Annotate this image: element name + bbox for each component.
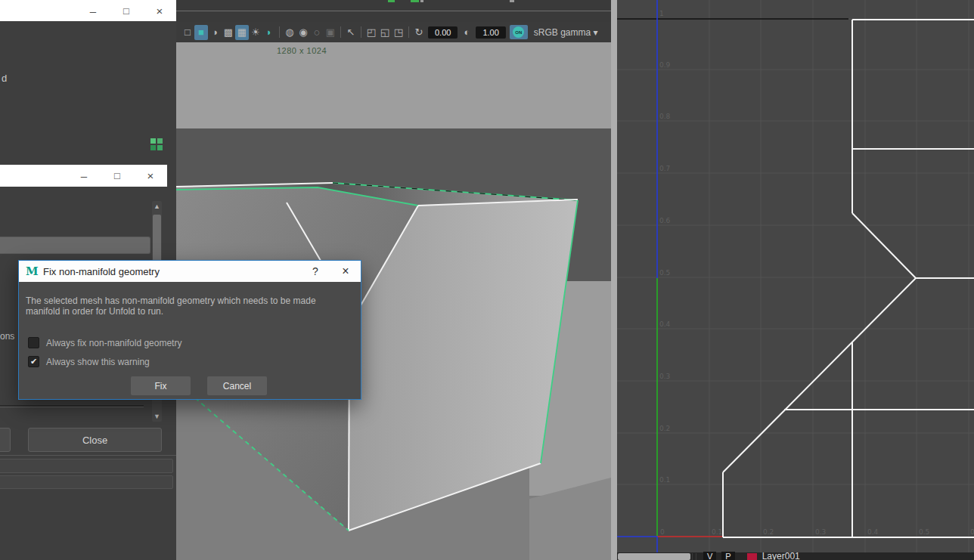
grid-cell: [157, 138, 163, 144]
window2-maximize-icon[interactable]: □: [101, 165, 134, 187]
uv-label: 0.5: [659, 269, 670, 277]
toolbar-separator: [361, 26, 361, 38]
window1-maximize-icon[interactable]: □: [110, 0, 143, 21]
isolate-remove-icon[interactable]: ◳: [392, 25, 405, 40]
uv-label: 0.: [970, 528, 974, 536]
playback-button[interactable]: P: [721, 552, 734, 560]
shaded-textured-icon[interactable]: ◑: [208, 25, 222, 40]
fix-non-manifold-dialog: M Fix non-manifold geometry ? × The sele…: [18, 260, 361, 400]
isolate-add-icon[interactable]: ◱: [378, 25, 392, 40]
window2-titlebar[interactable]: – □ ×: [0, 165, 167, 187]
isolate-select-icon[interactable]: ◰: [364, 25, 378, 40]
uv-label: 0.8: [659, 113, 671, 120]
uv-shell-edge: [852, 213, 916, 278]
panel-divider[interactable]: [611, 0, 617, 560]
collapsed-row[interactable]: [0, 459, 173, 473]
uv-label: 0.3: [815, 528, 826, 536]
divider: [176, 11, 611, 11]
checkbox-label: Always fix non-manifold geometry: [46, 338, 181, 348]
checkbox-checked[interactable]: ✔: [28, 356, 39, 367]
dialog-body: The selected mesh has non-manifold geome…: [19, 282, 361, 398]
uv-label: 0.4: [867, 528, 879, 536]
visibility-button[interactable]: V: [703, 552, 716, 560]
maya-logo-icon: M: [26, 265, 38, 277]
grid-cell: [150, 145, 156, 150]
grid-cell: [150, 138, 156, 144]
checkbox-row-fix[interactable]: Always fix non-manifold geometry: [28, 337, 181, 348]
anti-aliasing-icon[interactable]: ◌: [310, 25, 324, 40]
resolution-gate-label: 1280 x 1024: [277, 46, 327, 55]
on-icon: ON: [513, 26, 524, 38]
scroll-up-icon[interactable]: ▲: [152, 203, 162, 210]
selection-highlight-icon[interactable]: ↖: [344, 25, 358, 40]
shelf-icon-fragment: [420, 0, 423, 2]
textured-mode-icon[interactable]: ▩: [222, 25, 235, 40]
wireframe-mode-icon[interactable]: □: [181, 25, 194, 40]
checkbox-unchecked[interactable]: [28, 337, 39, 348]
colorspace-label: sRGB gamma: [534, 27, 591, 38]
dialog-message: The selected mesh has non-manifold geome…: [26, 296, 351, 317]
horizontal-scrollbar[interactable]: [618, 553, 690, 560]
shelf-icon-fragment: [510, 0, 514, 2]
uv-label: 0.5: [919, 528, 929, 536]
collapsed-row[interactable]: [0, 475, 173, 489]
scrollbar-thumb[interactable]: [153, 215, 161, 261]
color-management-toggle[interactable]: ON: [510, 25, 528, 39]
slider[interactable]: [0, 405, 144, 407]
uv-editor-statusbar: V P Layer001: [617, 552, 974, 560]
toolbar-separator: [279, 26, 280, 38]
clipped-button[interactable]: [0, 428, 11, 452]
grid-cell: [157, 145, 163, 150]
close-panel-button[interactable]: Close: [28, 428, 162, 452]
text-field[interactable]: [0, 237, 150, 254]
uv-editor-canvas[interactable]: 10.90.80.70.60.50.40.30.20.100.10.20.30.…: [617, 0, 974, 552]
toolbar-separator: [340, 26, 341, 38]
clipped-label-ons: ons: [0, 331, 14, 342]
window1-close-icon[interactable]: ×: [143, 0, 176, 21]
shelf-icon-fragment: [388, 0, 395, 2]
layer-name-label[interactable]: Layer001: [762, 551, 800, 560]
dialog-titlebar[interactable]: M Fix non-manifold geometry ? ×: [19, 261, 361, 282]
uv-shell-edge: [723, 278, 916, 472]
shelf-icon-fragment: [411, 0, 419, 2]
layer-color-swatch[interactable]: [747, 553, 757, 560]
uv-label: 0.4: [659, 320, 671, 328]
maya-application: – □ × d – □ × ▲ ▼ ons Clos: [0, 0, 974, 560]
lighting-icon[interactable]: ☀: [249, 25, 262, 40]
fix-button[interactable]: Fix: [131, 376, 191, 395]
window1-titlebar[interactable]: – □ ×: [0, 0, 176, 21]
uv-label: 0.1: [659, 476, 670, 484]
checkbox-label: Always show this warning: [46, 357, 150, 367]
shadows-icon[interactable]: ◗: [262, 25, 276, 40]
uv-label: 0.2: [659, 425, 670, 432]
divider: [696, 553, 696, 560]
uv-label: 0.6: [659, 217, 671, 224]
checker-material-icon[interactable]: ▦: [235, 25, 249, 40]
gamma-field[interactable]: 1.00: [476, 26, 505, 39]
contrast-icon[interactable]: ◐: [460, 25, 473, 40]
uv-grid-icon[interactable]: [150, 138, 163, 150]
scroll-down-icon[interactable]: ▼: [152, 413, 162, 420]
uv-label: 0: [660, 528, 665, 536]
toolbar-separator: [408, 26, 409, 38]
depth-of-field-icon[interactable]: ▣: [324, 25, 337, 40]
window1-minimize-icon[interactable]: –: [76, 0, 110, 21]
uv-label: 0.1: [712, 528, 722, 536]
exposure-field[interactable]: 0.00: [428, 26, 458, 39]
chevron-down-icon: ▾: [594, 27, 598, 38]
checkbox-row-warning[interactable]: ✔ Always show this warning: [28, 356, 150, 367]
clipped-label-d: d: [2, 73, 7, 84]
uv-label: 0.7: [659, 165, 670, 172]
uv-label: 1: [659, 10, 664, 17]
colorspace-dropdown[interactable]: sRGB gamma ▾: [534, 27, 598, 38]
dialog-close-icon[interactable]: ×: [330, 261, 361, 282]
ambient-occlusion-icon[interactable]: ◍: [283, 25, 296, 40]
motion-blur-icon[interactable]: ◉: [296, 25, 310, 40]
window2-close-icon[interactable]: ×: [134, 165, 167, 187]
shaded-mode-icon[interactable]: ■: [194, 25, 208, 40]
exposure-icon[interactable]: ↻: [412, 25, 426, 40]
cancel-button[interactable]: Cancel: [207, 376, 267, 395]
uv-editor-panel[interactable]: 10.90.80.70.60.50.40.30.20.100.10.20.30.…: [617, 0, 974, 560]
window2-minimize-icon[interactable]: –: [67, 165, 101, 187]
help-icon[interactable]: ?: [300, 261, 330, 282]
